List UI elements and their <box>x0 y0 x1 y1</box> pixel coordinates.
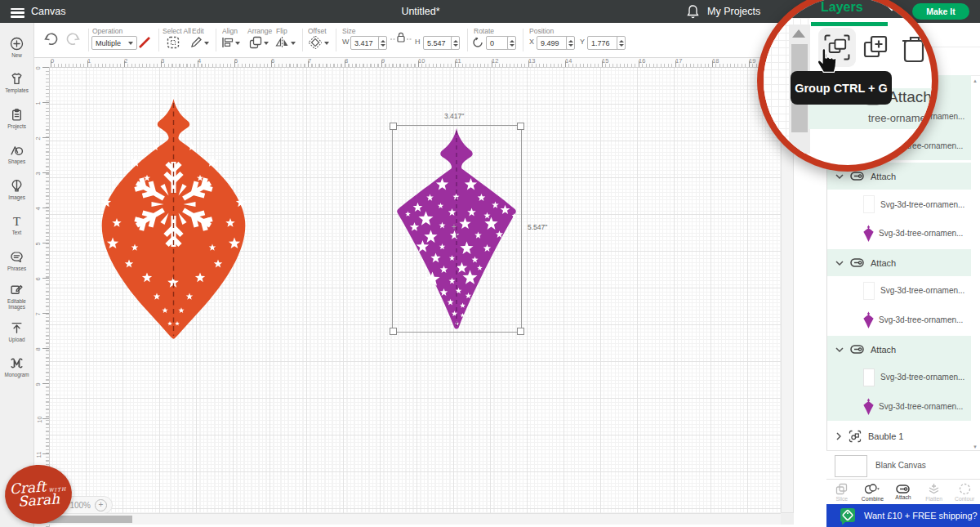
group-icon <box>849 430 862 443</box>
sidebar-item-projects[interactable]: Projects <box>0 100 34 136</box>
undo-icon[interactable] <box>44 33 59 46</box>
offset-icon[interactable] <box>309 36 322 49</box>
position-label: Position <box>529 27 554 35</box>
arrange-chevron-icon[interactable] <box>264 42 269 45</box>
layers-tab-underline <box>811 22 888 26</box>
group-tooltip: Group CTRL + G <box>791 71 892 105</box>
chevron-right-icon[interactable] <box>836 432 841 440</box>
promo-banner[interactable]: Want £10 + FREE shipping? <box>826 504 980 527</box>
attach-button[interactable]: Attach <box>888 480 919 505</box>
align-icon[interactable] <box>221 37 234 48</box>
redo-icon[interactable] <box>65 33 80 46</box>
upload-arrow-icon <box>10 321 24 335</box>
selection-handle-br[interactable] <box>517 328 524 335</box>
duplicate-icon[interactable] <box>862 34 892 64</box>
linetype-color-swatch[interactable] <box>137 36 152 49</box>
selection-handle-bl[interactable] <box>390 328 397 335</box>
edit-chevron-icon[interactable] <box>204 42 209 45</box>
layer-row[interactable]: Svg-3d-tree-ornamen... <box>827 190 971 219</box>
sidebar-item-shapes[interactable]: Shapes <box>0 136 34 172</box>
notifications-bell-icon[interactable] <box>686 4 700 19</box>
speech-bubble-icon <box>10 250 24 264</box>
layer-row[interactable]: Svg-3d-tree-ornamen... <box>827 363 971 391</box>
flatten-button[interactable]: Flatten <box>919 480 950 505</box>
arrange-label: Arrange <box>247 27 272 35</box>
attach-clip-icon <box>850 258 864 267</box>
selection-center-crosshair: + <box>452 222 457 231</box>
flip-chevron-icon[interactable] <box>291 42 296 45</box>
white-layer-thumbnail <box>863 368 875 386</box>
shapes-icon <box>10 143 24 157</box>
bauble-group-row[interactable]: Bauble 1 <box>827 422 971 450</box>
shirt-icon <box>10 72 24 86</box>
blank-canvas-row[interactable]: Blank Canvas <box>826 450 980 480</box>
layer-row[interactable]: Svg-3d-tree-ornamen... <box>827 219 971 248</box>
chevron-down-icon[interactable] <box>886 4 898 11</box>
sidebar-item-editable-images[interactable]: Editable Images <box>0 279 34 315</box>
align-chevron-icon[interactable] <box>235 42 240 45</box>
sidebar-item-upload[interactable]: Upload <box>0 314 34 350</box>
hamburger-menu-icon[interactable] <box>11 6 24 20</box>
x-stepper[interactable] <box>566 36 575 50</box>
rotate-stepper[interactable] <box>507 36 516 50</box>
align-label: Align <box>222 27 238 35</box>
magnified-attach-label: Attach <box>888 88 932 106</box>
attach-group-header[interactable]: Attach <box>827 249 971 276</box>
chevron-down-icon[interactable] <box>835 174 844 179</box>
orange-ornament-shape[interactable] <box>90 96 257 342</box>
purple-layer-thumbnail <box>863 398 874 415</box>
flip-icon[interactable] <box>275 36 289 49</box>
edit-pencil-icon[interactable] <box>190 36 203 48</box>
selection-width-label: 3.417" <box>444 112 464 120</box>
offset-label: Offset <box>308 27 327 35</box>
new-plus-icon <box>10 37 24 51</box>
lock-ratio-icon[interactable] <box>390 32 412 42</box>
sidebar-item-monogram[interactable]: Monogram <box>0 350 34 386</box>
offset-chevron-icon[interactable] <box>324 42 329 45</box>
select-all-icon[interactable] <box>167 36 180 49</box>
y-stepper[interactable] <box>617 36 626 50</box>
svg-text:T: T <box>13 215 20 228</box>
contour-button[interactable]: Contour <box>949 480 980 505</box>
combine-button[interactable]: Combine <box>858 480 889 505</box>
panel-scroll-down-icon[interactable]: ▼ <box>972 444 978 449</box>
slice-icon <box>835 483 848 495</box>
layer-row[interactable]: Svg-3d-tree-ornamen... <box>827 276 971 305</box>
make-it-button[interactable]: Make It <box>912 3 969 20</box>
contour-icon <box>959 483 971 495</box>
selection-handle-tr[interactable] <box>517 123 524 130</box>
chevron-down-icon[interactable] <box>835 261 844 266</box>
selection-height-label: 5.547" <box>528 223 547 231</box>
panel-scroll-up-icon[interactable]: ▲ <box>972 78 978 83</box>
selection-handle-tl[interactable] <box>390 123 397 130</box>
sidebar-item-images[interactable]: Images <box>0 172 34 208</box>
flip-label: Flip <box>276 27 287 35</box>
my-projects-link[interactable]: My Projects <box>707 6 760 17</box>
zoom-in-icon[interactable]: + <box>95 499 107 511</box>
delete-icon[interactable] <box>902 34 927 64</box>
horizontal-ruler: 012345678910111213141516171819 <box>34 57 781 68</box>
document-title[interactable]: Untitled* <box>372 6 470 17</box>
selection-bounding-box[interactable] <box>392 125 522 333</box>
purple-layer-thumbnail <box>863 225 874 242</box>
sidebar-item-new[interactable]: New <box>0 29 34 65</box>
sidebar-item-templates[interactable]: Templates <box>0 65 34 101</box>
canvas-menu-label[interactable]: Canvas <box>31 6 65 17</box>
height-stepper[interactable] <box>451 36 460 50</box>
sidebar-item-text[interactable]: T Text <box>0 208 34 243</box>
operation-select[interactable]: Multiple <box>91 36 137 50</box>
slice-button[interactable]: Slice <box>826 480 858 505</box>
arrange-icon[interactable] <box>249 36 262 49</box>
sidebar-item-phrases[interactable]: Phrases <box>0 243 34 279</box>
chevron-down-icon[interactable] <box>835 347 844 352</box>
layer-row[interactable]: Svg-3d-tree-ornamen... <box>827 305 971 334</box>
width-label: W <box>342 38 350 46</box>
layers-tab[interactable]: Layers <box>821 0 863 15</box>
rotate-icon[interactable] <box>472 37 483 48</box>
width-stepper[interactable] <box>378 36 387 50</box>
canvas-horizontal-scrollbar[interactable] <box>34 513 781 525</box>
panel-actions-bar: Slice Combine Attach Flatten Contour <box>826 479 980 505</box>
edit-label: Edit <box>192 27 204 35</box>
attach-group-header[interactable]: Attach <box>827 336 971 363</box>
layer-row[interactable]: Svg-3d-tree-ornamen... <box>827 391 971 421</box>
